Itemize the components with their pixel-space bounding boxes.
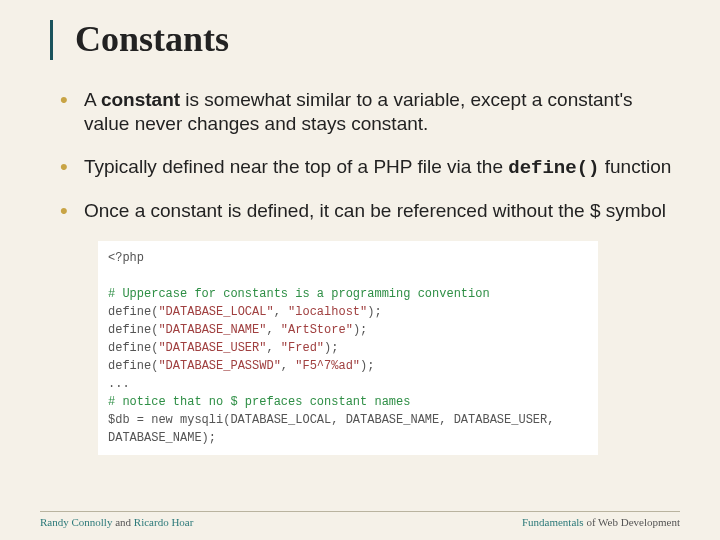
code-line: <?php — [108, 249, 588, 267]
author-1: Randy Connolly — [40, 516, 112, 528]
code-line: define("DATABASE_USER", "Fred"); — [108, 339, 588, 357]
code-line: DATABASE_NAME); — [108, 429, 588, 447]
title-container: Constants — [50, 20, 680, 60]
book-title-b: of Web Development — [584, 516, 680, 528]
code-comment: # notice that no $ prefaces constant nam… — [108, 393, 588, 411]
bullet-2-code: define() — [508, 157, 599, 179]
bullet-2: Typically defined near the top of a PHP … — [54, 155, 680, 181]
author-2: Ricardo Hoar — [134, 516, 194, 528]
bullet-1-pre: A — [84, 89, 101, 110]
footer-right: Fundamentals of Web Development — [522, 516, 680, 528]
code-line: define("DATABASE_NAME", "ArtStore"); — [108, 321, 588, 339]
footer-left: Randy Connolly and Ricardo Hoar — [40, 516, 193, 528]
code-comment: # Uppercase for constants is a programmi… — [108, 285, 588, 303]
bullet-1-bold: constant — [101, 89, 180, 110]
code-line: ... — [108, 375, 588, 393]
bullet-2-pre: Typically defined near the top of a PHP … — [84, 156, 508, 177]
slide-title: Constants — [75, 20, 680, 60]
bullet-list: A constant is somewhat similar to a vari… — [54, 88, 680, 224]
slide: Constants A constant is somewhat similar… — [0, 0, 720, 540]
code-block: <?php # Uppercase for constants is a pro… — [98, 241, 598, 455]
footer-and: and — [112, 516, 133, 528]
code-line: define("DATABASE_PASSWD", "F5^7%ad"); — [108, 357, 588, 375]
bullet-2-post: function — [599, 156, 671, 177]
book-title-a: Fundamentals — [522, 516, 584, 528]
content-area: A constant is somewhat similar to a vari… — [40, 88, 680, 456]
code-line: define("DATABASE_LOCAL", "localhost"); — [108, 303, 588, 321]
bullet-1: A constant is somewhat similar to a vari… — [54, 88, 680, 137]
code-line: $db = new mysqli(DATABASE_LOCAL, DATABAS… — [108, 411, 588, 429]
footer: Randy Connolly and Ricardo Hoar Fundamen… — [40, 511, 680, 528]
bullet-3: Once a constant is defined, it can be re… — [54, 199, 680, 224]
code-blank — [108, 267, 588, 285]
